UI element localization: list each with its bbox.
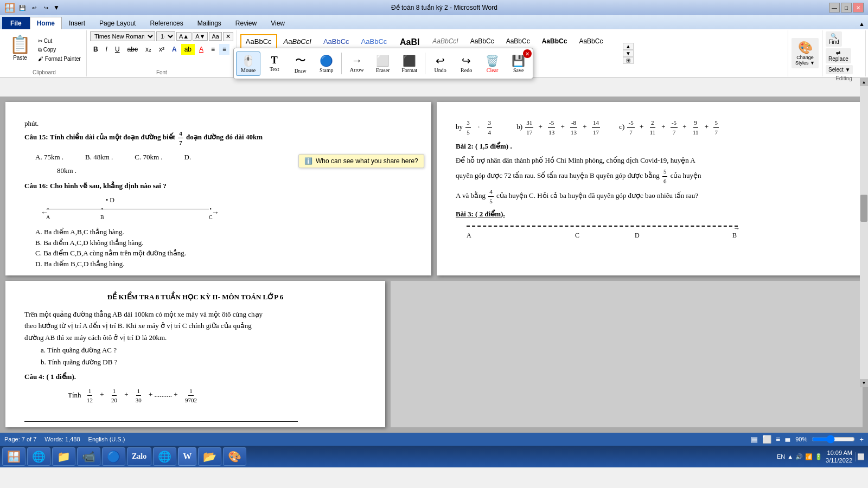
save-quick-btn[interactable]: 💾	[17, 3, 27, 12]
stamp-tool-btn[interactable]: 🔵 Stamp	[314, 52, 339, 76]
style-strong[interactable]: AaBbCc	[537, 34, 573, 54]
q15-fraction: 47	[178, 129, 183, 147]
highlight-btn[interactable]: ab	[181, 44, 195, 55]
view-outline-btn[interactable]: ≣	[784, 435, 791, 444]
tab-references[interactable]: References	[143, 17, 190, 29]
arrow-tool-btn[interactable]: → Arrow	[344, 52, 369, 75]
vertical-scrollbar[interactable]: ▲ ▼	[860, 78, 868, 387]
taskbar-globe-btn[interactable]: 🌐	[153, 447, 176, 466]
undo-quick-btn[interactable]: ↩	[29, 3, 39, 12]
font-size-select[interactable]: 14	[156, 31, 175, 41]
view-print-btn[interactable]: ⬜	[762, 435, 771, 444]
style-quote[interactable]: AaBbCc	[573, 34, 608, 54]
taskbar-folder-btn[interactable]: 📁	[52, 447, 75, 466]
doc-page-lower-right	[391, 281, 863, 427]
tab-page-layout[interactable]: Page Layout	[92, 17, 143, 29]
undo-tool-btn[interactable]: ↩ Undo	[428, 52, 452, 76]
minimize-btn[interactable]: —	[829, 3, 840, 12]
drawing-toolbar-close-btn[interactable]: ✕	[523, 49, 532, 58]
taskbar-zoom-btn[interactable]: 📹	[77, 447, 100, 466]
view-normal-btn[interactable]: ▤	[751, 435, 758, 444]
font-name-select[interactable]: Times New Roman	[90, 31, 155, 41]
format-tool-btn[interactable]: ⬛ Format	[397, 52, 422, 76]
clear-label: Clear	[487, 67, 499, 73]
superscript-btn[interactable]: x²	[156, 44, 168, 55]
styles-scroll-down[interactable]: ▼	[623, 50, 634, 57]
replace-btn[interactable]: ⇄ Replace	[826, 48, 851, 63]
taskbar-word-btn[interactable]: W	[178, 447, 196, 466]
strikethrough-btn[interactable]: abc	[124, 44, 141, 55]
taskbar-chrome-btn[interactable]: 🔵	[102, 447, 125, 466]
info-icon: ℹ️	[304, 157, 312, 165]
taskbar-zalo-btn[interactable]: Zalo	[127, 447, 151, 466]
clear-format-btn[interactable]: ✕	[223, 32, 233, 41]
q16-figure: • D •A •B •C ← →	[35, 195, 401, 222]
zoom-slider[interactable]	[812, 435, 855, 444]
underline-btn[interactable]: U	[112, 44, 123, 55]
eraser-tool-btn[interactable]: ⬜ Eraser	[371, 52, 395, 76]
tab-view[interactable]: View	[264, 17, 292, 29]
q16-B-point: •B	[100, 205, 104, 221]
tab-home[interactable]: Home	[30, 17, 62, 29]
change-styles-btn[interactable]: 🎨 ChangeStyles ▼	[792, 38, 819, 68]
left-arrow: ←	[41, 207, 48, 218]
clear-icon: 🗑️	[486, 54, 499, 67]
tab-file[interactable]: File	[2, 17, 30, 29]
scroll-down-btn[interactable]: ▼	[860, 379, 868, 387]
subscript-btn[interactable]: x₂	[142, 44, 155, 55]
tab-mailings[interactable]: Mailings	[190, 17, 228, 29]
tab-insert[interactable]: Insert	[62, 17, 92, 29]
clock: 10:09 AM 3/11/2022	[826, 449, 852, 465]
maximize-btn[interactable]: □	[841, 3, 852, 12]
lower-text3: đường AB thì xe máy cách ôtô ở vị trí D …	[24, 332, 366, 343]
show-desktop-btn[interactable]: ⬜	[856, 452, 866, 461]
text-tool-btn[interactable]: T Text	[262, 52, 286, 75]
start-button[interactable]: 🪟	[2, 447, 25, 466]
tab-review[interactable]: Review	[228, 17, 264, 29]
undo-label: Undo	[435, 67, 446, 73]
bai2-title: Bài 2: ( 1,5 điểm) .	[456, 141, 844, 152]
ribbon-collapse-btn[interactable]: ▲	[856, 18, 868, 29]
align-center-btn[interactable]: ≡	[219, 44, 229, 55]
text-effects-btn[interactable]: A	[169, 44, 180, 55]
redo-tool-btn[interactable]: ↪ Redo	[454, 52, 478, 76]
mouse-tool-btn[interactable]: 🖱️ Mouse	[236, 52, 260, 76]
draw-tool-btn[interactable]: 〜 Draw	[288, 50, 312, 76]
grow-font-btn[interactable]: A▲	[176, 32, 192, 41]
change-case-btn[interactable]: Aa	[209, 32, 221, 41]
format-painter-button[interactable]: 🖌 Format Painter	[36, 55, 83, 63]
clear-tool-btn[interactable]: 🗑️ Clear	[480, 52, 505, 76]
cut-button[interactable]: ✂ Cut	[36, 37, 83, 45]
redo-icon: ↪	[462, 54, 471, 67]
font-color-btn[interactable]: A	[196, 44, 207, 55]
styles-scroll-up[interactable]: ▲	[623, 43, 634, 50]
taskbar-ie-btn[interactable]: 🌐	[27, 447, 50, 466]
taskbar-explorer-btn[interactable]: 📂	[198, 447, 221, 466]
taskbar-paint-btn[interactable]: 🎨	[223, 447, 246, 466]
scroll-up-btn[interactable]: ▲	[860, 78, 868, 86]
italic-btn[interactable]: I	[103, 44, 111, 55]
styles-more[interactable]: ⊞	[623, 57, 634, 64]
q15-opt-A: A. 75km .	[35, 152, 63, 163]
bold-btn[interactable]: B	[90, 44, 101, 55]
redo-quick-btn[interactable]: ↪	[41, 3, 51, 12]
align-left-btn[interactable]: ≡	[208, 44, 218, 55]
shrink-font-btn[interactable]: A▼	[193, 32, 208, 41]
select-btn[interactable]: Select ▼	[826, 65, 853, 74]
titlebar: 🪟 💾 ↩ ↪ ▼ Đề toán 8 tuần kỳ 2 - Microsof…	[0, 0, 868, 15]
copy-button[interactable]: ⧉ Copy	[36, 46, 83, 54]
q16-opt-D: D. Ba điểm B,C,D thẳng hàng.	[35, 259, 412, 269]
find-btn[interactable]: 🔍 Find	[826, 31, 842, 47]
lower-text1: Trên một quảng đường thẳng AB dài 100km …	[24, 309, 366, 320]
scroll-thumb[interactable]	[860, 195, 867, 222]
q1c-f3: -57	[671, 118, 678, 137]
paste-button[interactable]: 📋 Paste	[5, 31, 35, 68]
view-web-btn[interactable]: ≡	[776, 435, 780, 444]
zoom-in-btn[interactable]: +	[859, 435, 864, 444]
change-styles-label: ChangeStyles ▼	[795, 55, 815, 66]
paste-label: Paste	[13, 55, 27, 61]
q1c-f4: 911	[692, 118, 700, 137]
close-btn[interactable]: ✕	[853, 3, 864, 12]
bai3-title: Bài 3: ( 2 điểm).	[456, 209, 844, 220]
language-tray: EN	[777, 453, 785, 460]
